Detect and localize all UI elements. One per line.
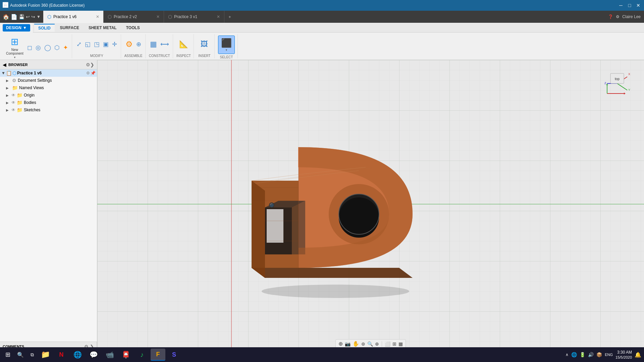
start-button[interactable]: ⊞: [3, 350, 13, 360]
maximize-button[interactable]: □: [627, 2, 633, 8]
tree-root-item[interactable]: ▼ 📋 ⬡ Practice 1 v6 ⚙ 📌: [0, 69, 97, 77]
browser-expand-icon[interactable]: ❯: [90, 62, 94, 67]
root-pin-icon[interactable]: 📌: [91, 71, 96, 75]
battery-icon[interactable]: 🔋: [580, 352, 585, 357]
taskbar-app-stripe[interactable]: S: [167, 349, 181, 361]
select-button[interactable]: ⬛ ▼: [218, 36, 235, 54]
display-mode-icon[interactable]: ⬜: [385, 341, 390, 347]
taskbar-app-fusion[interactable]: F: [151, 349, 165, 361]
root-settings-icon[interactable]: ⚙: [86, 71, 90, 75]
tab-close-2[interactable]: ✕: [156, 14, 160, 19]
svg-text:Z: Z: [604, 81, 606, 85]
network-icon[interactable]: 🌐: [571, 352, 577, 357]
title-bar-left: 🅰 Autodesk Fusion 360 (Education License…: [3, 2, 85, 8]
systray-up-arrow[interactable]: ∧: [566, 352, 569, 357]
env-icon[interactable]: ▦: [398, 341, 403, 347]
snap-icon[interactable]: ⊕: [338, 341, 343, 347]
move-button[interactable]: ✛: [111, 40, 118, 49]
tab-close-3[interactable]: ✕: [217, 14, 220, 19]
tree-item-sketches[interactable]: ▶ 👁 📁 Sketches: [0, 106, 97, 114]
shell-button[interactable]: ▣: [102, 40, 110, 49]
tab-practice3[interactable]: ⬡ Practice 3 v1 ✕: [164, 11, 224, 23]
taskbar: ⊞ 🔍 ⧉ 📁 N 🌐 💬 📹 📮 ♪ F S ∧ 🌐 🔋 🔊 📦 ENG 3:…: [0, 347, 644, 362]
save-icon[interactable]: 💾: [19, 14, 24, 19]
midplane-button[interactable]: ⟷: [159, 40, 170, 49]
sweep-button[interactable]: ◯: [43, 43, 52, 52]
settings-icon[interactable]: ⚙: [616, 14, 620, 19]
create-items: ⊞ NewComponent ▼ ◻ ◎ ◯ ⬡ ✦: [5, 34, 69, 61]
ribbon-group-modify: ⤢ ◱ ◳ ▣ ✛ MODIFY: [73, 34, 121, 58]
undo-icon[interactable]: ↩: [26, 14, 30, 19]
measure-button[interactable]: 📐: [178, 39, 189, 49]
loft-button[interactable]: ⬡: [53, 43, 61, 52]
insert-group-label: INSERT: [198, 54, 211, 58]
tree-item-bodies[interactable]: ▶ 👁 📁 Bodies: [0, 99, 97, 106]
svg-text:Y: Y: [628, 88, 630, 92]
taskbar-app-chrome[interactable]: 🌐: [70, 349, 85, 361]
create-more-button[interactable]: ✦: [62, 43, 69, 52]
zoom-fit-icon[interactable]: 🔍: [367, 341, 373, 347]
tree-item-origin[interactable]: ▶ 👁 📁 Origin: [0, 92, 97, 99]
redo-icon[interactable]: ↪: [31, 14, 35, 19]
language-label[interactable]: ENG: [605, 353, 613, 357]
title-bar-right: ─ □ ✕: [618, 2, 641, 8]
minimize-button[interactable]: ─: [618, 2, 624, 8]
ribbon-group-select: ⬛ ▼ SELECT: [215, 34, 238, 58]
grid-icon[interactable]: ⊞: [392, 341, 396, 347]
ribbon-group-construct: ▦ ⟷ CONSTRUCT: [146, 34, 173, 58]
ribbon-tab-sheetmetal[interactable]: SHEET METAL: [85, 24, 121, 32]
tree-item-document-settings[interactable]: ▶ ⚙ Document Settings: [0, 77, 97, 84]
offset-plane-button[interactable]: ▦: [149, 39, 158, 49]
user-name: Claire Lee: [622, 14, 641, 19]
tree-item-named-views[interactable]: ▶ 📁 Named Views: [0, 84, 97, 92]
svg-point-8: [339, 197, 379, 238]
pan-icon[interactable]: ✋: [353, 341, 359, 347]
collapse-icon[interactable]: ◀: [3, 62, 6, 67]
orientation-gizmo[interactable]: top X Y Z: [600, 67, 634, 100]
help-icon[interactable]: ❓: [608, 14, 613, 19]
tab-practice1[interactable]: ⬡ Practice 1 v6 ✕: [43, 11, 104, 23]
new-file-icon[interactable]: 📄: [11, 14, 17, 20]
browser-settings-icon[interactable]: ⚙: [86, 62, 90, 67]
revolve-button[interactable]: ◎: [35, 43, 42, 52]
new-tab-button[interactable]: ＋: [224, 11, 235, 23]
dropbox-icon[interactable]: 📦: [596, 352, 602, 357]
clock[interactable]: 3:30 AM 15/5/2020: [615, 350, 632, 359]
search-button[interactable]: 🔍: [14, 350, 26, 359]
chamfer-button[interactable]: ◳: [93, 40, 101, 49]
design-dropdown-button[interactable]: DESIGN ▼: [3, 24, 30, 32]
orbit-icon[interactable]: ⊛: [361, 341, 365, 347]
ribbon-tab-surface[interactable]: SURFACE: [56, 24, 83, 32]
tab-icon: ⬡: [108, 14, 112, 19]
zoom-icon[interactable]: ⊕: [375, 341, 379, 347]
more-icon[interactable]: ▼: [37, 14, 41, 19]
joint-origin-button[interactable]: ⊕: [135, 40, 142, 49]
taskbar-app-discord[interactable]: 💬: [86, 349, 101, 361]
insert-button[interactable]: 🖼: [200, 39, 209, 49]
taskbar-app-netflix[interactable]: N: [54, 349, 69, 361]
tab-bar: 🏠 📄 💾 ↩ ↪ ▼ ⬡ Practice 1 v6 ✕ ⬡ Practice…: [0, 11, 644, 23]
press-pull-button[interactable]: ⤢: [75, 40, 83, 49]
taskbar-app-postman[interactable]: 📮: [118, 349, 133, 361]
notification-icon[interactable]: 🔔: [635, 352, 641, 358]
viewport[interactable]: top X Y Z ⊕ 📷 ✋ ⊛ 🔍 ⊕: [97, 60, 644, 351]
extrude-button[interactable]: ◻: [26, 43, 33, 52]
ribbon-tab-solid[interactable]: SOLID: [34, 24, 55, 32]
taskbar-app-spotify[interactable]: ♪: [135, 349, 149, 361]
fillet-button[interactable]: ◱: [84, 40, 92, 49]
tab-right-controls: ❓ ⚙ Claire Lee: [605, 11, 644, 23]
close-button[interactable]: ✕: [635, 2, 641, 8]
ribbon-tab-tools[interactable]: TOOLS: [122, 24, 144, 32]
tab-practice2[interactable]: ⬡ Practice 2 v2 ✕: [104, 11, 164, 23]
new-joint-button[interactable]: ⚙: [124, 39, 134, 50]
task-view-button[interactable]: ⧉: [28, 351, 37, 359]
new-component-button[interactable]: ⊞ NewComponent ▼: [5, 36, 25, 60]
home-icon[interactable]: 🏠: [3, 14, 9, 20]
browser-header: ◀ BROWSER ⚙ ❯: [0, 60, 97, 69]
taskbar-app-zoom[interactable]: 📹: [102, 349, 117, 361]
tab-icon: ⬡: [168, 14, 172, 19]
sound-icon[interactable]: 🔊: [588, 352, 594, 357]
camera-icon[interactable]: 📷: [345, 341, 351, 347]
tab-close-1[interactable]: ✕: [96, 14, 99, 19]
taskbar-app-explorer[interactable]: 📁: [38, 349, 53, 361]
